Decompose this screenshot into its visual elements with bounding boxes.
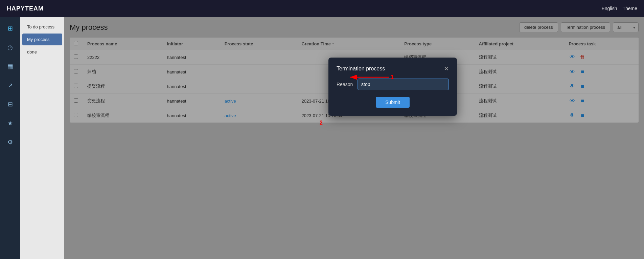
modal-header: Termination process ✕ <box>337 66 449 72</box>
reason-form-row: Reason <box>337 79 449 90</box>
nav-item-done[interactable]: done <box>22 46 62 58</box>
submit-button[interactable]: Submit <box>376 97 410 108</box>
reason-input[interactable] <box>358 79 449 90</box>
sidebar-icon-layers[interactable]: ⊞ <box>4 22 16 35</box>
termination-modal: Termination process ✕ Reason Submit <box>328 58 457 116</box>
nav-item-todo[interactable]: To do process <box>22 21 62 33</box>
sidebar-icon-share[interactable]: ↗ <box>4 79 16 91</box>
icon-sidebar: ⊞ ◷ ▦ ↗ ⊟ ★ ⚙ <box>0 17 20 259</box>
navbar-right: English Theme <box>602 6 638 11</box>
nav-item-myprocess[interactable]: My process <box>22 34 62 45</box>
language-switch[interactable]: English <box>602 6 617 11</box>
sidebar-icon-gear[interactable]: ⚙ <box>4 136 16 148</box>
navbar: HAPYTEAM English Theme <box>0 0 644 17</box>
modal-title: Termination process <box>337 66 385 72</box>
brand-logo: HAPYTEAM <box>7 5 44 12</box>
sidebar-icon-chart[interactable]: ▦ <box>4 60 16 72</box>
modal-overlay[interactable] <box>64 17 644 259</box>
sidebar-icon-star[interactable]: ★ <box>4 117 16 129</box>
theme-switch[interactable]: Theme <box>622 6 637 11</box>
modal-close-button[interactable]: ✕ <box>444 66 449 72</box>
main-layout: ⊞ ◷ ▦ ↗ ⊟ ★ ⚙ To do process My process d… <box>0 17 644 259</box>
modal-footer: Submit <box>337 97 449 108</box>
left-nav: To do process My process done <box>20 17 64 259</box>
main-content: My process delete process Termination pr… <box>64 17 644 259</box>
sidebar-icon-network[interactable]: ⊟ <box>4 98 16 110</box>
reason-label: Reason <box>337 82 353 87</box>
sidebar-icon-clock[interactable]: ◷ <box>4 41 16 53</box>
